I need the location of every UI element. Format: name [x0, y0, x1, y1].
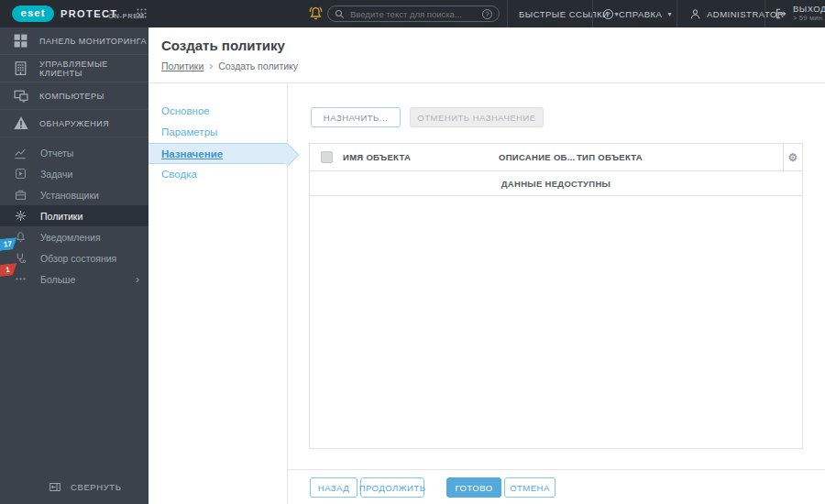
column-header-object-type[interactable]: ТИП ОБЪЕКТА [577, 152, 783, 162]
sidebar-item-label: УПРАВЛЯЕМЫЕ КЛИЕНТЫ [39, 60, 148, 78]
page-title: Создать политику [161, 38, 285, 53]
help-icon: ? [603, 9, 613, 19]
targets-table: ИМЯ ОБЪЕКТА ОПИСАНИЕ ОБ... ТИП ОБЪЕКТА ⚙… [309, 143, 803, 449]
topbar-divider [764, 0, 765, 27]
sidebar-item-label: Обзор состояния [40, 253, 116, 264]
building-icon [12, 60, 29, 76]
column-header-object-name[interactable]: ИМЯ ОБЪЕКТА [343, 152, 499, 162]
help-label: СПРАВКА [619, 9, 662, 19]
topbar-divider [592, 0, 593, 27]
chevron-down-icon: ▾ [667, 10, 672, 18]
apps-grid-icon[interactable] [136, 7, 148, 19]
installers-box-icon [13, 189, 28, 201]
breadcrumb-current: Создать политику [218, 60, 298, 71]
sidebar-item-label: ОБНАРУЖЕНИЯ [39, 119, 109, 128]
warning-triangle-icon [12, 115, 29, 131]
quick-links-label: БЫСТРЫЕ ССЫЛКИ [519, 9, 609, 19]
search-input[interactable] [350, 9, 477, 19]
sidebar-item-dashboard[interactable]: ПАНЕЛЬ МОНИТОРИНГА [0, 27, 148, 55]
user-menu[interactable]: ADMINISTRATOR [689, 0, 784, 27]
wizard-step-basic[interactable]: Основное [148, 101, 287, 122]
sidebar-item-notifications[interactable]: Уведомления [0, 226, 148, 247]
search-icon [335, 9, 345, 19]
gear-icon [13, 210, 28, 222]
breadcrumb-policies-link[interactable]: Политики [161, 60, 204, 71]
sidebar: ПАНЕЛЬ МОНИТОРИНГА УПРАВЛЯЕМЫЕ КЛИЕНТЫ К… [0, 27, 148, 504]
continue-button[interactable]: ПРОДОЛЖИТЬ [360, 477, 424, 498]
assign-button[interactable]: НАЗНАЧИТЬ... [311, 107, 401, 127]
logout-button[interactable]: ВЫХОД > 59 мин. [775, 0, 825, 27]
main-content: Создать политику Политики › Создать поли… [148, 27, 825, 504]
sidebar-item-installers[interactable]: Установщики [0, 184, 148, 205]
sidebar-item-label: Установщики [40, 190, 99, 201]
unassign-button[interactable]: ОТМЕНИТЬ НАЗНАЧЕНИЕ [410, 107, 544, 127]
user-icon [689, 8, 701, 20]
sidebar-item-status-overview[interactable]: Обзор состояния [0, 247, 148, 268]
sidebar-item-more[interactable]: Больше › [0, 268, 148, 290]
topbar: eset PROTECT ON-PREM ? БЫСТРЫЕ ССЫЛКИ ▾ … [0, 0, 825, 27]
table-header-row: ИМЯ ОБЪЕКТА ОПИСАНИЕ ОБ... ТИП ОБЪЕКТА ⚙ [310, 144, 802, 171]
sidebar-item-reports[interactable]: Отчеты [0, 142, 148, 163]
reports-chart-icon [13, 147, 28, 159]
stethoscope-icon [13, 252, 28, 264]
search-help-icon[interactable]: ? [482, 9, 492, 19]
topbar-divider [507, 0, 508, 27]
sidebar-item-computers[interactable]: КОМПЬЮТЕРЫ [0, 82, 148, 110]
wizard-step-settings[interactable]: Параметры [148, 122, 287, 143]
finish-button[interactable]: ГОТОВО [446, 477, 501, 498]
dashboard-icon [12, 33, 29, 49]
collapse-icon [49, 481, 61, 493]
computers-icon [12, 88, 29, 104]
table-empty-message: ДАННЫЕ НЕДОСТУПНЫ [310, 171, 802, 196]
sidebar-item-tasks[interactable]: Задачи [0, 163, 148, 184]
sidebar-item-policies[interactable]: Политики [0, 205, 148, 226]
wizard-steps: Основное Параметры Назначение Сводка [148, 83, 288, 504]
sidebar-item-label: Больше [40, 274, 75, 285]
session-timeout: > 59 мин. [793, 15, 825, 23]
sidebar-item-detections[interactable]: ОБНАРУЖЕНИЯ [0, 110, 148, 137]
tasks-play-icon [13, 168, 28, 180]
chevron-right-icon: › [136, 273, 139, 285]
cancel-button[interactable]: ОТМЕНА [504, 477, 556, 498]
sidebar-item-label: Отчеты [40, 148, 73, 159]
sidebar-item-label: Политики [40, 211, 82, 222]
sidebar-item-label: ПАНЕЛЬ МОНИТОРИНГА [39, 37, 147, 46]
breadcrumb: Политики › Создать политику [161, 60, 298, 72]
help-menu[interactable]: ? СПРАВКА ▾ [603, 0, 672, 27]
ellipsis-icon [13, 273, 28, 285]
search-box: ? [327, 5, 500, 22]
collapse-label: СВЕРНУТЬ [71, 482, 122, 492]
eset-logo: eset [12, 5, 54, 22]
sidebar-item-label: Уведомления [40, 232, 101, 243]
notifications-bell-icon[interactable] [308, 5, 324, 21]
sidebar-item-managed-clients[interactable]: УПРАВЛЯЕМЫЕ КЛИЕНТЫ [0, 55, 148, 82]
select-all-checkbox[interactable] [321, 151, 333, 163]
logout-icon [775, 7, 787, 20]
user-name: ADMINISTRATOR [707, 9, 784, 19]
sidebar-item-label: Задачи [40, 169, 72, 180]
sidebar-item-label: КОМПЬЮТЕРЫ [39, 92, 104, 101]
column-header-object-description[interactable]: ОПИСАНИЕ ОБ... [499, 152, 577, 162]
back-button[interactable]: НАЗАД [310, 477, 358, 498]
collapse-sidebar-button[interactable]: СВЕРНУТЬ [0, 477, 122, 496]
wizard-step-summary[interactable]: Сводка [148, 164, 287, 185]
breadcrumb-separator-icon: › [209, 60, 213, 72]
footer-divider [288, 469, 825, 470]
topbar-divider [676, 0, 677, 27]
wizard-step-assign[interactable]: Назначение [148, 143, 287, 164]
table-settings-gear-icon[interactable]: ⚙ [783, 144, 802, 170]
select-all-cell [310, 151, 343, 163]
